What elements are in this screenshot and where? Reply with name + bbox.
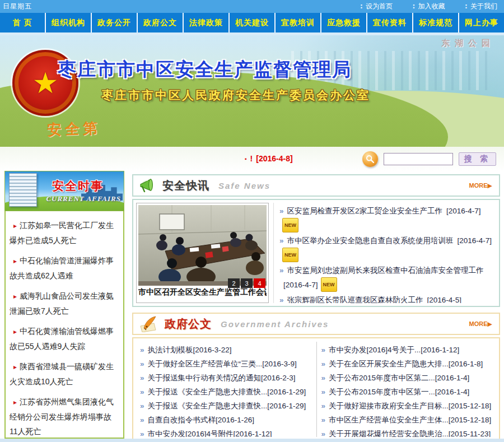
archive-item[interactable]: »关于开展烟花爆竹经营安全隐患治...[2015-11-23] [321,427,494,437]
archive-text: 关于报送《安全生产隐患大排查快... [148,388,268,396]
news-item[interactable]: »市中区举办企业安全隐患自查自改系统使用培训班[2016-4-7]NEW [279,234,495,262]
blue-arrow-bullet-icon: » [321,402,326,410]
slideshow-page[interactable]: 2 [228,278,240,288]
archive-item[interactable]: »市中安办发[2016]4号附件[2016-1-12] [140,427,313,437]
archive-text: 关于报送集中行动有关情况的通知 [148,374,262,382]
red-arrow-bullet-icon: ▸ [13,222,17,230]
ticker-square-icon: ▪ [245,156,247,162]
nav-item[interactable]: 网上办事 [459,13,504,32]
blue-arrow-bullet-icon: » [140,430,144,437]
news-text: 市安监局刘忠波副局长来我区检查中石油油库安全管理工作 [287,266,484,274]
news-item[interactable]: »张宗辉副区长带队巡查我区森林防火工作[2016-4-5] [279,294,495,303]
archive-item[interactable]: »关于在全区开展安全生产隐患大排...[2016-1-8] [321,357,494,371]
slideshow-page[interactable]: 4 [254,278,265,288]
archive-date: [2016-1-12] [234,430,272,437]
new-badge: NEW [282,248,298,262]
sidebar-news-text: 威海乳山食品公司发生液氨泄漏已致7人死亡 [10,291,114,315]
nav-item[interactable]: 宣教培训 [276,13,321,32]
archive-item[interactable]: »市中安办发[2016]4号关于...[2016-1-12] [321,343,494,357]
search-group: 搜 索 [362,151,496,167]
archives-right-column: »市中安办发[2016]4号关于...[2016-1-12] »关于在全区开展安… [316,342,497,437]
blue-arrow-bullet-icon: » [321,346,326,354]
red-arrow-bullet-icon: ▸ [13,398,17,406]
archive-text: 关于做好迎接市政府安全生产目标... [329,402,449,410]
nav-item[interactable]: 宣传资料 [367,13,413,32]
dot-separator-icon: ∶ [360,3,362,11]
slideshow-photo[interactable] [138,205,267,286]
nav-item[interactable]: 首 页 [0,13,46,32]
search-input[interactable] [384,153,453,165]
sidebar-subtitle: CURRENT AFFAIRS [46,194,121,203]
sidebar-news-item[interactable]: ▸中石化黄潍输油管线爆燃事故已55人遇难9人失踪 [10,324,119,353]
blue-arrow-bullet-icon: » [279,296,284,303]
dot-separator-icon: ∶ [413,3,415,11]
sidebar-news-item[interactable]: ▸中石化输油管道泄漏爆炸事故共造成62人遇难 [10,253,119,283]
topbar-link[interactable]: ∶ 加入收藏 [413,2,445,11]
news-item[interactable]: »区安监局检查开发区2家工贸企业安全生产工作[2016-4-7]NEW [279,204,495,232]
archive-date: [2016-1-8] [449,360,483,368]
nav-item[interactable]: 标准规范 [413,13,459,32]
topbar-links: ∶ 设为首页 ∶ 加入收藏 ∶ 关于我们 [360,2,497,11]
archive-item[interactable]: »关于报送集中行动有关情况的通知[2016-2-3] [140,371,313,385]
nav-item[interactable]: 组织机构 [46,13,92,32]
safe-news-subtitle: Safe News [218,181,469,190]
ticker-date: [2016-4-8] [256,154,292,163]
site-subtitle: 枣庄市市中区人民政府安全生产委员会办公室 [101,87,370,103]
archive-item[interactable]: »市中区生产经营单位安全生产主体...[2015-12-18] [321,413,494,427]
news-item[interactable]: »市安监局刘忠波副局长来我区检查中石油油库安全管理工作[2016-4-7]NEW [279,264,495,292]
topbar-link-label: 关于我们 [470,2,497,11]
slideshow-page[interactable]: 3 [241,278,253,288]
nav-item[interactable]: 法律政策 [184,13,230,32]
archive-date: [2016-1-29] [267,388,306,396]
archive-text: 关于公布2015年度市中区第一... [329,388,435,396]
sidebar-news-text: 江苏如皋一民营化工厂发生爆炸已造成5人死亡 [10,221,114,245]
archive-item[interactable]: »关于做好全区生产经营单位“三类...[2016-3-9] [140,357,313,371]
slideshow[interactable]: 2 3 4 市中区召开全区安全生产监管工作会议 [136,203,269,303]
search-magnifier-icon[interactable] [362,151,378,167]
search-button[interactable]: 搜 索 [459,152,496,166]
more-label: MORE [469,320,488,327]
red-arrow-bullet-icon: ▸ [13,257,17,265]
nav-item[interactable]: 机关建设 [230,13,276,32]
weekday-text: 日星期五 [3,2,32,11]
sidebar-header-image: 安全时事 CURRENT AFFAIRS [4,171,124,211]
sidebar-news-item[interactable]: ▸陕西省澄城县一硫磺矿发生火灾造成10人死亡 [10,359,119,389]
archive-item[interactable]: »执法计划模板[2016-3-22] [140,343,313,357]
nav-item[interactable]: 应急救援 [321,13,367,32]
archives-more-link[interactable]: MORE▶ [469,320,492,328]
archive-text: 市中安办发[2016]4号附件 [148,430,234,437]
sidebar-news-text: 中石化输油管道泄漏爆炸事故共造成62人遇难 [10,256,114,280]
archive-item[interactable]: »关于报送《安全生产隐患大排查快...[2016-1-29] [140,399,313,413]
search-row: ▪ ! [2016-4-8] 搜 索 [0,147,504,171]
blue-arrow-bullet-icon: » [140,416,144,424]
red-arrow-bullet-icon: ▸ [13,363,17,371]
archive-item[interactable]: »关于做好迎接市政府安全生产目标...[2015-12-18] [321,399,494,413]
archives-header: 政府公文 Government Archives MORE▶ [132,313,500,335]
archive-text: 关于开展烟花爆竹经营安全隐患治... [329,430,449,437]
archive-text: 市中区生产经营单位安全生产主体... [329,416,449,424]
news-date: [2016-4-7] [283,281,318,289]
archive-item[interactable]: »自查自改指令书式样[2016-1-26] [140,413,313,427]
archive-item[interactable]: »关于报送《安全生产隐患大排查快...[2016-1-29] [140,385,313,399]
sidebar-news-item[interactable]: ▸威海乳山食品公司发生液氨泄漏已致7人死亡 [10,289,119,318]
topbar-link[interactable]: ∶ 关于我们 [465,2,497,11]
archive-date: [2016-1-12] [421,346,459,354]
news-ticker[interactable]: ▪ ! [2016-4-8] [245,154,293,163]
sidebar-news-item[interactable]: ▸江苏省苏州燃气集团液化气经销分公司发生爆炸坍塌事故11人死亡 [10,394,119,439]
archive-item[interactable]: »关于公布2015年度市中区第一...[2016-1-4] [321,385,494,399]
blue-arrow-bullet-icon: » [321,416,326,424]
topbar: 日星期五 ∶ 设为首页 ∶ 加入收藏 ∶ 关于我们 [0,0,504,13]
sidebar-news-text: 陕西省澄城县一硫磺矿发生火灾造成10人死亡 [10,362,114,386]
more-label: MORE [469,182,488,189]
sidebar-news-text: 中石化黄潍输油管线爆燃事故已55人遇难9人失踪 [10,327,114,351]
nav-item[interactable]: 政府公文 [138,13,184,32]
blue-arrow-bullet-icon: » [140,346,144,354]
archive-item[interactable]: »关于公布2015年度市中区第二...[2016-1-4] [321,371,494,385]
topbar-link[interactable]: ∶ 设为首页 [360,2,393,11]
safe-news-title: 安全快讯 [162,178,209,193]
safe-news-more-link[interactable]: MORE▶ [469,182,492,189]
sidebar-news-item[interactable]: ▸江苏如皋一民营化工厂发生爆炸已造成5人死亡 [10,218,119,248]
nav-item[interactable]: 政务公开 [92,13,138,32]
archive-date: [2016-3-9] [262,360,297,368]
safe-news-list: »区安监局检查开发区2家工贸企业安全生产工作[2016-4-7]NEW »市中区… [273,203,496,303]
